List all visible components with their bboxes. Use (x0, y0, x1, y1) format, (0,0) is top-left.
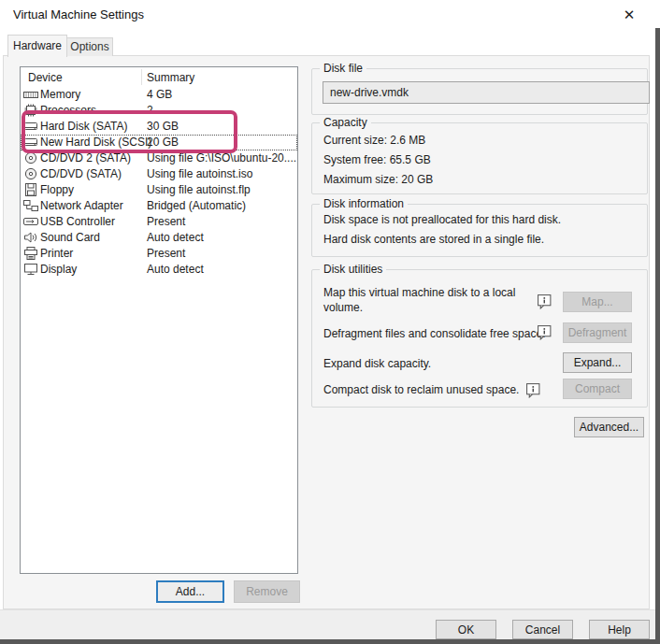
device-summary: 4 GB (147, 87, 172, 103)
compact-button[interactable]: Compact (563, 379, 632, 399)
device-row-hard-disk-sata[interactable]: Hard Disk (SATA)30 GB (21, 119, 297, 135)
utility-description: Compact disk to reclaim unused space. (323, 382, 546, 398)
remove-button[interactable]: Remove (234, 580, 300, 603)
device-row-memory[interactable]: Memory4 GB (21, 87, 297, 103)
floppy-icon (23, 183, 38, 197)
network-icon (23, 199, 38, 213)
disk-file-input[interactable] (323, 81, 650, 104)
capacity-group: Capacity Current size: 2.6 MBSystem free… (311, 122, 648, 194)
device-summary: Using file G:\ISO\ubuntu-20.... (147, 150, 296, 166)
disk-information-lines: Disk space is not preallocated for this … (323, 210, 561, 250)
device-name: Network Adapter (40, 198, 123, 214)
device-name: CD/DVD 2 (SATA) (40, 150, 131, 166)
disk-information-line: Disk space is not preallocated for this … (323, 210, 561, 230)
capacity-line: Current size: 2.6 MB (323, 131, 433, 150)
utility-description: Defragment files and consolidate free sp… (323, 326, 546, 341)
device-name: Memory (40, 87, 80, 103)
capacity-lines: Current size: 2.6 MBSystem free: 65.5 GB… (323, 131, 433, 190)
utility-row-expand: Expand disk capacity.Expand... (312, 352, 647, 375)
utility-row-map: Map this virtual machine disk to a local… (312, 285, 647, 321)
device-summary: Auto detect (147, 230, 204, 246)
device-summary: Using file autoinst.flp (147, 182, 251, 198)
hdd-icon (23, 120, 38, 134)
device-row-display[interactable]: DisplayAuto detect (21, 262, 297, 278)
device-list: Device Summary Memory4 GBProcessors2Hard… (20, 66, 298, 574)
cpu-icon (23, 104, 38, 118)
expand-button[interactable]: Expand... (563, 352, 632, 373)
device-name: Sound Card (40, 230, 100, 246)
map-button[interactable]: Map... (563, 292, 632, 312)
device-summary: Present (147, 246, 185, 262)
disc-icon (23, 167, 38, 181)
window-edge-bottom (0, 639, 660, 644)
device-row-network-adapter[interactable]: Network AdapterBridged (Automatic) (21, 198, 297, 214)
column-header-summary: Summary (147, 71, 194, 84)
device-row-floppy[interactable]: FloppyUsing file autoinst.flp (21, 182, 297, 198)
device-row-new-hard-disk-scsi[interactable]: New Hard Disk (SCSI)20 GB (21, 135, 297, 150)
utility-row-defragment: Defragment files and consolidate free sp… (312, 322, 647, 345)
disk-information-group-label: Disk information (320, 197, 408, 210)
device-name: Floppy (40, 182, 74, 198)
device-name: CD/DVD (SATA) (40, 166, 122, 182)
info-icon[interactable] (537, 324, 552, 340)
device-name: USB Controller (40, 214, 115, 230)
device-name: Processors (40, 103, 96, 119)
device-name: Printer (40, 246, 73, 262)
column-header-device: Device (28, 71, 63, 84)
usb-icon (23, 215, 38, 229)
help-button[interactable]: Help (589, 620, 650, 639)
device-row-usb-controller[interactable]: USB ControllerPresent (21, 214, 297, 230)
device-summary: Auto detect (147, 262, 204, 278)
tab-hardware[interactable]: Hardware (7, 35, 67, 57)
device-list-header: Device Summary (21, 67, 297, 87)
defragment-button[interactable]: Defragment (563, 322, 632, 343)
cancel-button[interactable]: Cancel (512, 620, 573, 639)
virtual-machine-settings-dialog: Virtual Machine Settings ✕ HardwareOptio… (0, 0, 660, 644)
disk-utilities-group-label: Disk utilities (320, 263, 386, 276)
disk-information-group: Disk information Disk space is not preal… (311, 204, 648, 257)
device-name: New Hard Disk (SCSI) (40, 135, 151, 150)
title-bar: Virtual Machine Settings ✕ (0, 0, 656, 30)
device-row-cd-dvd-2-sata[interactable]: CD/DVD 2 (SATA)Using file G:\ISO\ubuntu-… (21, 150, 297, 166)
capacity-line: System free: 65.5 GB (323, 150, 433, 170)
info-icon[interactable] (537, 293, 552, 309)
device-row-processors[interactable]: Processors2 (21, 103, 297, 119)
disk-file-group: Disk file (311, 68, 648, 115)
speaker-icon (23, 231, 38, 245)
utility-row-compact: Compact disk to reclaim unused space.Com… (312, 379, 647, 401)
ok-button[interactable]: OK (436, 620, 496, 639)
device-row-sound-card[interactable]: Sound CardAuto detect (21, 230, 297, 246)
device-summary: 30 GB (147, 119, 179, 135)
advanced-button[interactable]: Advanced... (574, 417, 644, 437)
monitor-icon (23, 263, 38, 277)
printer-icon (23, 247, 38, 261)
capacity-line: Maximum size: 20 GB (323, 170, 433, 190)
utility-description: Map this virtual machine disk to a local… (323, 285, 546, 315)
device-rows: Memory4 GBProcessors2Hard Disk (SATA)30 … (21, 87, 297, 278)
hdd-icon (23, 136, 38, 150)
close-icon[interactable]: ✕ (615, 5, 643, 25)
window-edge-right (655, 28, 660, 644)
disk-information-line: Hard disk contents are stored in a singl… (323, 230, 561, 250)
tab-options[interactable]: Options (66, 37, 113, 56)
memory-icon (23, 88, 38, 102)
info-icon[interactable] (525, 382, 541, 398)
footer-bar: OK Cancel Help (0, 609, 656, 641)
hardware-tab-page: Device Summary Memory4 GBProcessors2Hard… (3, 55, 650, 609)
device-name: Hard Disk (SATA) (40, 119, 128, 135)
device-row-printer[interactable]: PrinterPresent (21, 246, 297, 262)
device-summary: Present (147, 214, 185, 230)
device-summary: 2 (147, 103, 153, 119)
device-summary: Bridged (Automatic) (147, 198, 246, 214)
capacity-group-label: Capacity (320, 116, 371, 129)
device-summary: Using file autoinst.iso (147, 166, 252, 182)
device-name: Display (40, 262, 77, 278)
device-summary: 20 GB (147, 135, 179, 150)
device-row-cd-dvd-sata[interactable]: CD/DVD (SATA)Using file autoinst.iso (21, 166, 297, 182)
dialog-title: Virtual Machine Settings (13, 7, 144, 21)
add-button[interactable]: Add... (156, 580, 224, 603)
disk-utilities-group: Disk utilities Map this virtual machine … (311, 269, 648, 408)
disk-file-group-label: Disk file (320, 62, 366, 75)
utility-description: Expand disk capacity. (323, 356, 546, 371)
disc-icon (23, 151, 38, 165)
